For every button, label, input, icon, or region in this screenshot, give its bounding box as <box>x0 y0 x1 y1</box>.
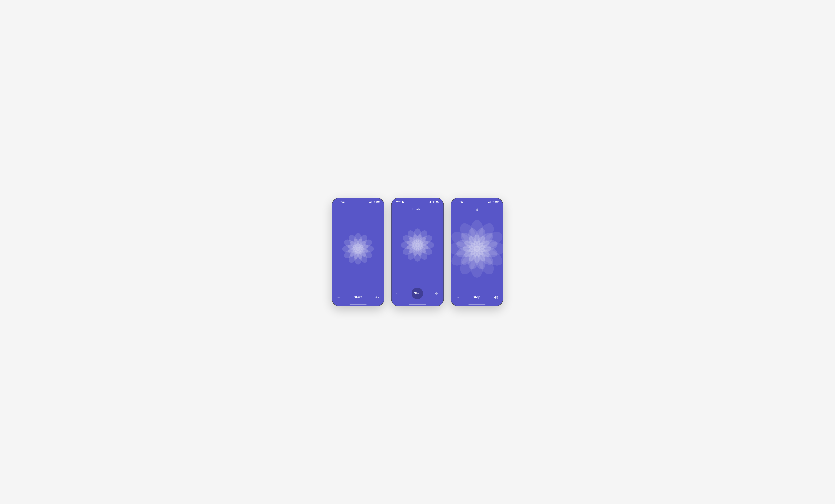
svg-rect-99 <box>489 202 490 203</box>
battery-icon <box>376 201 380 203</box>
stop-label-3: Stop <box>472 295 480 299</box>
signal-icon-2 <box>429 201 432 203</box>
more-options-button-1[interactable]: ··· <box>337 295 340 299</box>
more-options-button-3[interactable]: ··· <box>456 295 459 299</box>
svg-rect-98 <box>488 202 489 203</box>
more-dots-icon-2: ··· <box>396 292 400 295</box>
svg-rect-1 <box>343 201 343 202</box>
svg-point-45 <box>356 247 360 251</box>
svg-rect-49 <box>402 201 403 202</box>
phone-3-content: 4 <box>451 204 503 293</box>
svg-rect-50 <box>429 202 429 203</box>
svg-rect-3 <box>370 202 371 203</box>
status-bar-2: 21:27 <box>391 198 444 204</box>
status-time-1: 21:27 <box>336 201 344 203</box>
svg-rect-8 <box>380 202 380 202</box>
flower-2 <box>400 227 435 263</box>
start-button[interactable]: Start <box>354 295 362 299</box>
stop-button-circle[interactable]: Stop <box>411 288 423 299</box>
home-indicator-3 <box>468 304 485 304</box>
sound-button-2[interactable] <box>435 292 439 295</box>
home-indicator-1 <box>350 304 367 304</box>
battery-icon-3 <box>495 201 499 203</box>
svg-rect-52 <box>430 201 431 203</box>
flower-1 <box>341 232 375 266</box>
mandala-2 <box>400 227 435 263</box>
status-bar-1: 21:27 <box>332 198 384 204</box>
more-dots-icon-3: ··· <box>456 295 459 299</box>
status-icons-1 <box>369 201 380 203</box>
phone-3: 21:27 <box>451 198 503 306</box>
more-dots-icon-1: ··· <box>337 295 340 299</box>
svg-rect-100 <box>490 201 490 203</box>
status-icons-2 <box>429 201 440 203</box>
toolbar-1: ··· Start <box>332 293 384 304</box>
home-indicator-2 <box>409 304 426 304</box>
toolbar-3: ··· Stop <box>451 293 503 304</box>
phone-2-content: Inhale... <box>391 204 444 286</box>
toolbar-2: ··· Stop <box>391 286 444 304</box>
phones-container: 21:27 <box>332 198 503 306</box>
bed-icon-3 <box>461 201 463 203</box>
stop-label-2: Stop <box>414 292 421 295</box>
svg-rect-56 <box>439 202 440 202</box>
svg-rect-103 <box>495 201 498 202</box>
wifi-icon-2 <box>432 201 435 203</box>
signal-icon-3 <box>488 201 491 203</box>
counter-label: 4 <box>476 208 478 212</box>
svg-rect-51 <box>430 202 430 203</box>
svg-point-93 <box>415 243 420 247</box>
start-label: Start <box>354 295 362 299</box>
status-time-2: 21:27 <box>395 201 404 203</box>
svg-rect-2 <box>369 202 370 203</box>
status-time-3: 21:27 <box>455 201 463 203</box>
svg-rect-55 <box>436 201 438 202</box>
bed-icon-2 <box>402 201 404 203</box>
status-icons-3 <box>488 201 499 203</box>
svg-rect-7 <box>376 201 379 202</box>
mandala-1 <box>341 232 375 266</box>
status-bar-3: 21:27 <box>451 198 503 204</box>
svg-rect-53 <box>431 201 431 203</box>
sound-on-icon-3 <box>494 296 498 299</box>
svg-point-153 <box>474 246 480 252</box>
svg-rect-4 <box>371 201 371 203</box>
mandala-3 <box>451 220 503 278</box>
flower-3 <box>451 220 503 278</box>
stop-button-3[interactable]: Stop <box>472 295 480 299</box>
svg-rect-97 <box>462 201 462 202</box>
signal-icon <box>369 201 372 203</box>
phone-2: 21:27 <box>391 198 444 306</box>
svg-rect-101 <box>490 201 491 203</box>
bed-icon <box>342 201 344 203</box>
sound-button-1[interactable] <box>375 296 379 299</box>
phone-1-content <box>332 204 384 293</box>
sound-button-3[interactable] <box>494 296 498 299</box>
sound-muted-icon-1 <box>375 296 379 299</box>
wifi-icon <box>373 201 375 203</box>
phone-1: 21:27 <box>332 198 384 306</box>
breathing-label-2: Inhale... <box>412 208 423 211</box>
battery-icon-2 <box>436 201 440 203</box>
wifi-icon-3 <box>492 201 494 203</box>
sound-muted-icon-2 <box>435 292 439 295</box>
more-options-button-2[interactable]: ··· <box>396 292 400 295</box>
svg-rect-104 <box>498 202 499 202</box>
svg-rect-5 <box>371 201 372 203</box>
